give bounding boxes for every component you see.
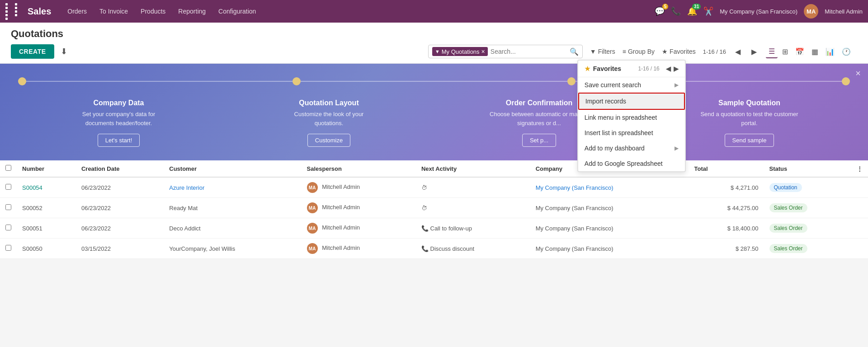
row-3-activity-icon[interactable]: 📞 bbox=[421, 245, 429, 252]
th-salesperson[interactable]: Salesperson bbox=[302, 160, 416, 177]
fav-save-search[interactable]: Save current search ▶ bbox=[578, 77, 685, 93]
grid-view-icon[interactable]: ▦ bbox=[809, 46, 821, 58]
row-3-number: S00050 bbox=[17, 239, 76, 259]
favorites-title: Favorites bbox=[593, 65, 621, 72]
th-more: ⋮ bbox=[851, 160, 868, 177]
favorites-label: Favorites bbox=[670, 48, 696, 55]
row-2-company: My Company (San Francisco) bbox=[530, 218, 689, 239]
create-button[interactable]: CREATE bbox=[11, 44, 54, 59]
search-input[interactable] bbox=[491, 48, 570, 55]
nav-to-invoice[interactable]: To Invoice bbox=[94, 5, 133, 18]
filters-label: Filters bbox=[598, 48, 615, 55]
banner-col-1-btn[interactable]: Customize bbox=[307, 134, 350, 147]
fav-my-dashboard[interactable]: Add to my dashboard ▶ bbox=[578, 141, 685, 156]
fav-google-spreadsheet[interactable]: Add to Google Spreadsheet bbox=[578, 156, 685, 171]
row-0-status: Quotation bbox=[764, 177, 852, 198]
row-3-status-badge: Sales Order bbox=[769, 244, 807, 253]
prev-nav-button[interactable]: ◀ bbox=[733, 47, 742, 57]
nav-orders[interactable]: Orders bbox=[62, 5, 92, 18]
filters-button[interactable]: ▼ Filters bbox=[590, 48, 615, 55]
banner-col-company-data: Company Data Set your company's data for… bbox=[69, 99, 169, 147]
avatar[interactable]: MA bbox=[804, 4, 818, 19]
row-0-number-link[interactable]: S00054 bbox=[22, 184, 42, 191]
search-tag-my-quotations: ▼ My Quotations × bbox=[432, 47, 488, 56]
row-2-status: Sales Order bbox=[764, 218, 852, 239]
nav-reporting[interactable]: Reporting bbox=[173, 5, 211, 18]
filter-controls: ▼ Filters ≡ Group By ★ Favorites ★ Favor… bbox=[586, 45, 857, 58]
chat-icon[interactable]: 💬5 bbox=[655, 6, 665, 16]
th-status[interactable]: Status bbox=[764, 160, 852, 177]
pagination: 1-16 / 16 bbox=[703, 48, 726, 55]
row-2-customer: Deco Addict bbox=[164, 218, 301, 239]
onboarding-banner: × Company Data Set your company's data f… bbox=[0, 64, 868, 160]
row-1-date: 06/23/2022 bbox=[76, 198, 164, 218]
nav-products[interactable]: Products bbox=[135, 5, 171, 18]
next-page-icon[interactable]: ▶ bbox=[674, 65, 679, 72]
row-2-number: S00051 bbox=[17, 218, 76, 239]
row-1-activity-icon[interactable]: ⏱ bbox=[421, 205, 427, 211]
row-0-more bbox=[851, 177, 868, 198]
select-all-checkbox[interactable] bbox=[5, 165, 11, 171]
row-0-status-badge: Quotation bbox=[769, 183, 802, 192]
th-number[interactable]: Number bbox=[17, 160, 76, 177]
scissors-icon[interactable]: ✂️ bbox=[703, 6, 713, 16]
row-2-salesperson: MA Mitchell Admin bbox=[302, 218, 416, 239]
user-label: Mitchell Admin bbox=[825, 8, 863, 15]
banner-col-2-btn[interactable]: Set p... bbox=[522, 134, 556, 147]
prev-page-icon[interactable]: ◀ bbox=[666, 65, 671, 72]
row-0-customer-link[interactable]: Azure Interior bbox=[169, 184, 204, 191]
th-total[interactable]: Total bbox=[689, 160, 764, 177]
row-2-number-text: S00051 bbox=[22, 225, 42, 232]
row-3-avatar: MA bbox=[307, 243, 318, 254]
activity-bell-icon[interactable]: 🔔31 bbox=[687, 6, 697, 16]
th-customer[interactable]: Customer bbox=[164, 160, 301, 177]
banner-close-button[interactable]: × bbox=[855, 68, 861, 79]
row-1-number-text: S00052 bbox=[22, 205, 42, 211]
step-line-1 bbox=[26, 81, 292, 82]
apps-menu-button[interactable] bbox=[5, 3, 23, 20]
row-0-activity-icon[interactable]: ⏱ bbox=[421, 184, 427, 191]
row-0-checkbox[interactable] bbox=[5, 184, 11, 190]
fav-link-spreadsheet[interactable]: Link menu in spreadsheet bbox=[578, 110, 685, 125]
step-dot-1 bbox=[18, 77, 26, 85]
row-2-checkbox[interactable] bbox=[5, 225, 11, 230]
row-1-salesperson-name: Mitchell Admin bbox=[322, 204, 360, 211]
quotations-table-container: Number Creation Date Customer Salesperso… bbox=[0, 160, 868, 259]
remove-search-tag-button[interactable]: × bbox=[481, 48, 485, 55]
row-0-company-link[interactable]: My Company (San Francisco) bbox=[536, 184, 613, 191]
fav-dashboard-arrow-icon: ▶ bbox=[675, 145, 679, 151]
calendar-view-icon[interactable]: 📅 bbox=[793, 46, 807, 58]
kanban-view-icon[interactable]: ⊞ bbox=[779, 46, 791, 58]
download-icon[interactable]: ⬇ bbox=[58, 45, 70, 58]
favorites-button[interactable]: ★ Favorites ★ Favorites 1-16 / 16 ◀ ▶ Sa… bbox=[662, 48, 696, 55]
row-1-avatar: MA bbox=[307, 202, 318, 213]
list-view-icon[interactable]: ☰ bbox=[766, 45, 778, 58]
group-by-button[interactable]: ≡ Group By bbox=[623, 48, 655, 55]
quotations-table: Number Creation Date Customer Salesperso… bbox=[0, 160, 868, 259]
th-creation-date[interactable]: Creation Date bbox=[76, 160, 164, 177]
next-nav-button[interactable]: ▶ bbox=[750, 47, 759, 57]
phone-icon[interactable]: 📞 bbox=[671, 6, 681, 16]
row-2-activity-icon[interactable]: 📞 bbox=[421, 225, 429, 232]
page-header: Quotations CREATE ⬇ ▼ My Quotations × 🔍 … bbox=[0, 23, 868, 64]
banner-col-3-btn[interactable]: Send sample bbox=[725, 134, 774, 147]
row-0-salesperson: MA Mitchell Admin bbox=[302, 177, 416, 198]
row-1-salesperson: MA Mitchell Admin bbox=[302, 198, 416, 218]
th-next-activity[interactable]: Next Activity bbox=[416, 160, 530, 177]
table-row: S00050 03/15/2022 YourCompany, Joel Will… bbox=[0, 239, 868, 259]
fav-link-spreadsheet-label: Link menu in spreadsheet bbox=[585, 114, 657, 121]
clock-view-icon[interactable]: 🕐 bbox=[839, 46, 854, 58]
row-3-checkbox[interactable] bbox=[5, 245, 11, 251]
fav-import-records[interactable]: Import records bbox=[578, 93, 685, 110]
bar-chart-view-icon[interactable]: 📊 bbox=[823, 46, 837, 58]
banner-col-0-btn[interactable]: Let's start! bbox=[98, 134, 140, 147]
group-by-label: Group By bbox=[628, 48, 655, 55]
page-toolbar: CREATE ⬇ ▼ My Quotations × 🔍 ▼ Filters ≡… bbox=[11, 44, 857, 63]
row-2-total: $ 18,400.00 bbox=[689, 218, 764, 239]
fav-insert-list[interactable]: Insert list in spreadsheet bbox=[578, 125, 685, 141]
row-2-activity: 📞 Call to follow-up bbox=[416, 218, 530, 239]
nav-configuration[interactable]: Configuration bbox=[213, 5, 261, 18]
row-1-checkbox[interactable] bbox=[5, 204, 11, 210]
brand-label[interactable]: Sales bbox=[28, 6, 51, 17]
search-icon[interactable]: 🔍 bbox=[570, 47, 579, 56]
